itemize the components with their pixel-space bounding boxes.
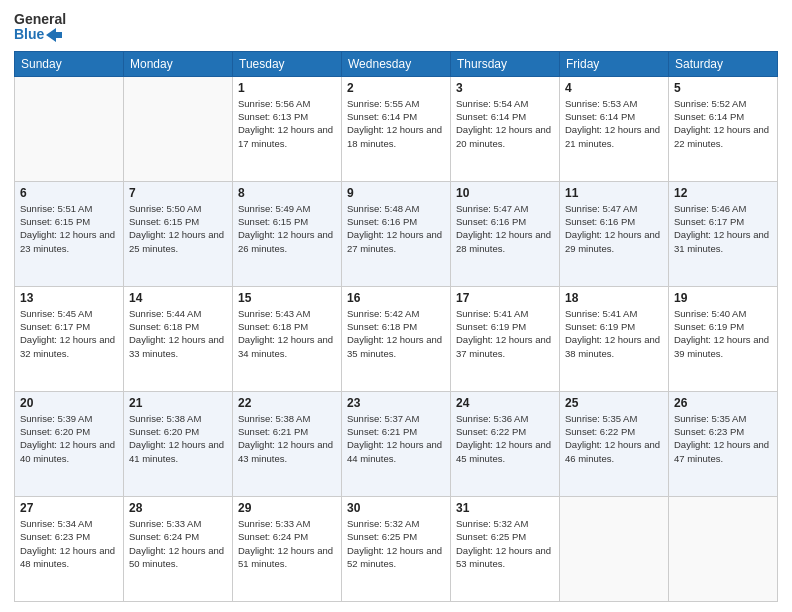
day-info: Sunrise: 5:32 AM Sunset: 6:25 PM Dayligh… bbox=[456, 517, 554, 570]
calendar-cell: 30Sunrise: 5:32 AM Sunset: 6:25 PM Dayli… bbox=[342, 496, 451, 601]
calendar-cell: 12Sunrise: 5:46 AM Sunset: 6:17 PM Dayli… bbox=[669, 181, 778, 286]
day-info: Sunrise: 5:36 AM Sunset: 6:22 PM Dayligh… bbox=[456, 412, 554, 465]
day-number: 22 bbox=[238, 396, 336, 410]
calendar-cell: 17Sunrise: 5:41 AM Sunset: 6:19 PM Dayli… bbox=[451, 286, 560, 391]
calendar-cell: 4Sunrise: 5:53 AM Sunset: 6:14 PM Daylig… bbox=[560, 76, 669, 181]
calendar-cell bbox=[15, 76, 124, 181]
calendar-cell bbox=[124, 76, 233, 181]
calendar-cell: 3Sunrise: 5:54 AM Sunset: 6:14 PM Daylig… bbox=[451, 76, 560, 181]
day-number: 10 bbox=[456, 186, 554, 200]
calendar-cell bbox=[669, 496, 778, 601]
calendar-cell: 9Sunrise: 5:48 AM Sunset: 6:16 PM Daylig… bbox=[342, 181, 451, 286]
calendar-cell: 16Sunrise: 5:42 AM Sunset: 6:18 PM Dayli… bbox=[342, 286, 451, 391]
logo-container: General Blue bbox=[14, 12, 66, 43]
calendar-cell: 5Sunrise: 5:52 AM Sunset: 6:14 PM Daylig… bbox=[669, 76, 778, 181]
day-info: Sunrise: 5:54 AM Sunset: 6:14 PM Dayligh… bbox=[456, 97, 554, 150]
calendar-cell: 20Sunrise: 5:39 AM Sunset: 6:20 PM Dayli… bbox=[15, 391, 124, 496]
day-number: 13 bbox=[20, 291, 118, 305]
calendar-cell: 10Sunrise: 5:47 AM Sunset: 6:16 PM Dayli… bbox=[451, 181, 560, 286]
calendar-cell: 23Sunrise: 5:37 AM Sunset: 6:21 PM Dayli… bbox=[342, 391, 451, 496]
day-info: Sunrise: 5:55 AM Sunset: 6:14 PM Dayligh… bbox=[347, 97, 445, 150]
calendar-cell: 7Sunrise: 5:50 AM Sunset: 6:15 PM Daylig… bbox=[124, 181, 233, 286]
svg-marker-0 bbox=[46, 28, 62, 42]
day-info: Sunrise: 5:38 AM Sunset: 6:21 PM Dayligh… bbox=[238, 412, 336, 465]
day-info: Sunrise: 5:52 AM Sunset: 6:14 PM Dayligh… bbox=[674, 97, 772, 150]
day-info: Sunrise: 5:56 AM Sunset: 6:13 PM Dayligh… bbox=[238, 97, 336, 150]
day-number: 4 bbox=[565, 81, 663, 95]
day-info: Sunrise: 5:48 AM Sunset: 6:16 PM Dayligh… bbox=[347, 202, 445, 255]
day-info: Sunrise: 5:35 AM Sunset: 6:22 PM Dayligh… bbox=[565, 412, 663, 465]
day-info: Sunrise: 5:35 AM Sunset: 6:23 PM Dayligh… bbox=[674, 412, 772, 465]
calendar-cell bbox=[560, 496, 669, 601]
day-number: 16 bbox=[347, 291, 445, 305]
day-number: 14 bbox=[129, 291, 227, 305]
day-info: Sunrise: 5:53 AM Sunset: 6:14 PM Dayligh… bbox=[565, 97, 663, 150]
day-number: 29 bbox=[238, 501, 336, 515]
calendar-table: SundayMondayTuesdayWednesdayThursdayFrid… bbox=[14, 51, 778, 602]
calendar-week-row: 1Sunrise: 5:56 AM Sunset: 6:13 PM Daylig… bbox=[15, 76, 778, 181]
day-info: Sunrise: 5:47 AM Sunset: 6:16 PM Dayligh… bbox=[565, 202, 663, 255]
day-number: 28 bbox=[129, 501, 227, 515]
logo-arrow-icon bbox=[46, 28, 62, 42]
calendar-cell: 22Sunrise: 5:38 AM Sunset: 6:21 PM Dayli… bbox=[233, 391, 342, 496]
day-info: Sunrise: 5:38 AM Sunset: 6:20 PM Dayligh… bbox=[129, 412, 227, 465]
day-number: 11 bbox=[565, 186, 663, 200]
calendar-cell: 15Sunrise: 5:43 AM Sunset: 6:18 PM Dayli… bbox=[233, 286, 342, 391]
day-number: 31 bbox=[456, 501, 554, 515]
day-number: 17 bbox=[456, 291, 554, 305]
day-number: 15 bbox=[238, 291, 336, 305]
day-number: 30 bbox=[347, 501, 445, 515]
day-info: Sunrise: 5:41 AM Sunset: 6:19 PM Dayligh… bbox=[565, 307, 663, 360]
day-info: Sunrise: 5:42 AM Sunset: 6:18 PM Dayligh… bbox=[347, 307, 445, 360]
calendar-header-row: SundayMondayTuesdayWednesdayThursdayFrid… bbox=[15, 51, 778, 76]
day-info: Sunrise: 5:47 AM Sunset: 6:16 PM Dayligh… bbox=[456, 202, 554, 255]
calendar-cell: 26Sunrise: 5:35 AM Sunset: 6:23 PM Dayli… bbox=[669, 391, 778, 496]
day-info: Sunrise: 5:45 AM Sunset: 6:17 PM Dayligh… bbox=[20, 307, 118, 360]
day-info: Sunrise: 5:33 AM Sunset: 6:24 PM Dayligh… bbox=[238, 517, 336, 570]
day-number: 9 bbox=[347, 186, 445, 200]
col-header-thursday: Thursday bbox=[451, 51, 560, 76]
calendar-cell: 1Sunrise: 5:56 AM Sunset: 6:13 PM Daylig… bbox=[233, 76, 342, 181]
logo-text-blue: Blue bbox=[14, 27, 66, 42]
day-info: Sunrise: 5:49 AM Sunset: 6:15 PM Dayligh… bbox=[238, 202, 336, 255]
day-number: 20 bbox=[20, 396, 118, 410]
day-number: 6 bbox=[20, 186, 118, 200]
calendar-cell: 25Sunrise: 5:35 AM Sunset: 6:22 PM Dayli… bbox=[560, 391, 669, 496]
day-number: 26 bbox=[674, 396, 772, 410]
day-number: 18 bbox=[565, 291, 663, 305]
calendar-cell: 11Sunrise: 5:47 AM Sunset: 6:16 PM Dayli… bbox=[560, 181, 669, 286]
day-info: Sunrise: 5:43 AM Sunset: 6:18 PM Dayligh… bbox=[238, 307, 336, 360]
col-header-tuesday: Tuesday bbox=[233, 51, 342, 76]
calendar-cell: 2Sunrise: 5:55 AM Sunset: 6:14 PM Daylig… bbox=[342, 76, 451, 181]
day-number: 7 bbox=[129, 186, 227, 200]
calendar-cell: 19Sunrise: 5:40 AM Sunset: 6:19 PM Dayli… bbox=[669, 286, 778, 391]
day-number: 5 bbox=[674, 81, 772, 95]
day-info: Sunrise: 5:39 AM Sunset: 6:20 PM Dayligh… bbox=[20, 412, 118, 465]
day-info: Sunrise: 5:51 AM Sunset: 6:15 PM Dayligh… bbox=[20, 202, 118, 255]
day-number: 23 bbox=[347, 396, 445, 410]
calendar-cell: 14Sunrise: 5:44 AM Sunset: 6:18 PM Dayli… bbox=[124, 286, 233, 391]
day-info: Sunrise: 5:44 AM Sunset: 6:18 PM Dayligh… bbox=[129, 307, 227, 360]
col-header-sunday: Sunday bbox=[15, 51, 124, 76]
day-info: Sunrise: 5:50 AM Sunset: 6:15 PM Dayligh… bbox=[129, 202, 227, 255]
day-info: Sunrise: 5:46 AM Sunset: 6:17 PM Dayligh… bbox=[674, 202, 772, 255]
col-header-monday: Monday bbox=[124, 51, 233, 76]
page: General Blue SundayMondayTuesdayWednesda… bbox=[0, 0, 792, 612]
logo: General Blue bbox=[14, 12, 66, 43]
day-number: 27 bbox=[20, 501, 118, 515]
day-number: 3 bbox=[456, 81, 554, 95]
calendar-cell: 8Sunrise: 5:49 AM Sunset: 6:15 PM Daylig… bbox=[233, 181, 342, 286]
calendar-cell: 24Sunrise: 5:36 AM Sunset: 6:22 PM Dayli… bbox=[451, 391, 560, 496]
calendar-cell: 29Sunrise: 5:33 AM Sunset: 6:24 PM Dayli… bbox=[233, 496, 342, 601]
day-number: 24 bbox=[456, 396, 554, 410]
day-number: 1 bbox=[238, 81, 336, 95]
col-header-wednesday: Wednesday bbox=[342, 51, 451, 76]
calendar-cell: 18Sunrise: 5:41 AM Sunset: 6:19 PM Dayli… bbox=[560, 286, 669, 391]
day-info: Sunrise: 5:32 AM Sunset: 6:25 PM Dayligh… bbox=[347, 517, 445, 570]
calendar-cell: 28Sunrise: 5:33 AM Sunset: 6:24 PM Dayli… bbox=[124, 496, 233, 601]
col-header-friday: Friday bbox=[560, 51, 669, 76]
day-info: Sunrise: 5:41 AM Sunset: 6:19 PM Dayligh… bbox=[456, 307, 554, 360]
calendar-cell: 6Sunrise: 5:51 AM Sunset: 6:15 PM Daylig… bbox=[15, 181, 124, 286]
calendar-week-row: 6Sunrise: 5:51 AM Sunset: 6:15 PM Daylig… bbox=[15, 181, 778, 286]
calendar-week-row: 20Sunrise: 5:39 AM Sunset: 6:20 PM Dayli… bbox=[15, 391, 778, 496]
